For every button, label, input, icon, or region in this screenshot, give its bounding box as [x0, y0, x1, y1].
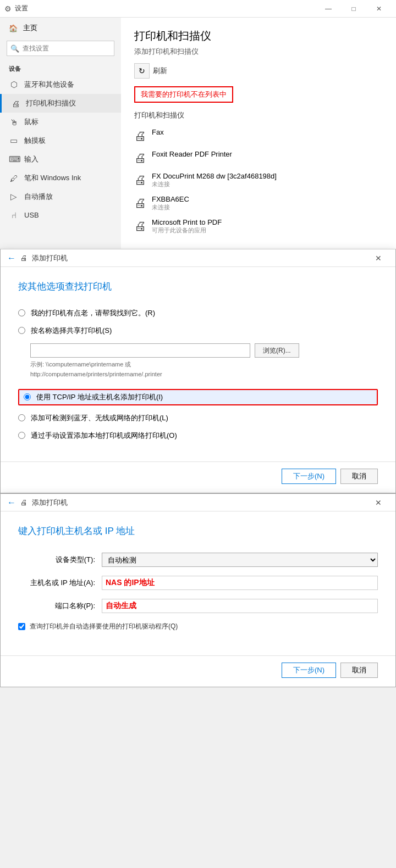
dialog1-footer: 下一步(N) 取消 [1, 461, 395, 493]
settings-icon: ⚙ [4, 4, 12, 13]
main-content: 打印机和扫描仪 添加打印机和扫描仪 ↻ 刷新 我需要的打印机不在列表中 打印机和… [121, 18, 396, 249]
printer-item-fax[interactable]: 🖨 Fax [134, 125, 383, 147]
sidebar-item-label-bluetooth: 蓝牙和其他设备 [24, 80, 74, 90]
refresh-label: 刷新 [153, 66, 167, 76]
hostname-row: 主机名或 IP 地址(A): [18, 576, 378, 590]
checkbox-label: 查询打印机并自动选择要使用的打印机驱动程序(Q) [30, 622, 178, 631]
printer-name-mspdf: Microsoft Print to PDF [152, 218, 222, 226]
printer-status-fx268: 未连接 [152, 180, 277, 188]
device-type-select[interactable]: 自动检测 TCP/IP 设备 Web 服务设备 [102, 553, 378, 567]
bluetooth-icon: ⬡ [9, 80, 19, 90]
search-input[interactable] [23, 44, 111, 52]
printer-icon: 🖨 [10, 99, 20, 108]
search-box[interactable]: 🔍 [7, 41, 114, 56]
settings-window: ⚙ 设置 — □ ✕ 🏠 主页 🔍 设备 ⬡ 蓝牙和其他设备 [0, 0, 396, 249]
radio-old[interactable] [18, 309, 25, 316]
printer-item-foxit[interactable]: 🖨 Foxit Reader PDF Printer [134, 147, 383, 169]
dialog2-printer-icon: 🖨 [20, 498, 28, 507]
radio-tcpip[interactable] [24, 393, 31, 400]
touchpad-icon: ▭ [9, 136, 19, 146]
dialog1-title-bar: ← 🖨 添加打印机 ✕ [1, 249, 395, 267]
radio-manual[interactable] [18, 432, 25, 439]
port-input[interactable] [102, 599, 378, 613]
dialog2-heading: 键入打印机主机名或 IP 地址 [18, 525, 378, 537]
dialog1-cancel-button[interactable]: 取消 [340, 469, 378, 484]
checkbox-row: 查询打印机并自动选择要使用的打印机驱动程序(Q) [18, 622, 378, 631]
add-printer-text[interactable]: 添加打印机和扫描仪 [134, 47, 383, 57]
printer-item-fx268[interactable]: 🖨 FX DocuPrint M268 dw [3c2af468198d] 未连… [134, 169, 383, 192]
printer-item-fxbba6ec[interactable]: 🖨 FXBBA6EC 未连接 [134, 192, 383, 215]
printers-section-title: 打印机和扫描仪 [134, 110, 383, 120]
settings-body: 🏠 主页 🔍 设备 ⬡ 蓝牙和其他设备 🖨 打印机和扫描仪 🖱 鼠标 [0, 18, 396, 249]
dialog1-back-button[interactable]: ← [7, 253, 16, 263]
printer-item-mspdf[interactable]: 🖨 Microsoft Print to PDF 可用于此设备的应用 [134, 215, 383, 238]
search-icon: 🔍 [10, 44, 19, 53]
radio-option-bluetooth: 添加可检测到蓝牙、无线或网络的打印机(L) [18, 413, 378, 423]
dialog2-next-button[interactable]: 下一步(N) [282, 663, 336, 678]
radio-label-tcpip: 使用 TCP/IP 地址或主机名添加打印机(I) [36, 392, 163, 402]
sidebar-item-touchpad[interactable]: ▭ 触摸板 [0, 131, 121, 150]
printer-status-fxbba6ec: 未连接 [152, 203, 189, 212]
not-listed-button[interactable]: 我需要的打印机不在列表中 [134, 86, 233, 103]
share-printer-input-row: 浏览(R)... [30, 343, 378, 358]
printer-name-foxit: Foxit Reader PDF Printer [152, 150, 232, 158]
radio-share[interactable] [18, 327, 25, 334]
sidebar-item-pen[interactable]: 🖊 笔和 Windows Ink [0, 169, 121, 187]
dialog2-title-left: ← 🖨 添加打印机 [7, 498, 68, 508]
refresh-row: ↻ 刷新 [134, 63, 383, 79]
add-printer-dialog-2: ← 🖨 添加打印机 ✕ 键入打印机主机名或 IP 地址 设备类型(T): 自动检… [0, 493, 396, 687]
example-line2: http://computername/printers/printername… [30, 371, 162, 377]
sidebar-item-bluetooth[interactable]: ⬡ 蓝牙和其他设备 [0, 75, 121, 94]
auto-driver-checkbox[interactable] [18, 623, 25, 630]
close-button[interactable]: ✕ [366, 0, 392, 18]
port-row: 端口名称(P): [18, 599, 378, 613]
hostname-input[interactable] [102, 576, 378, 590]
home-label: 主页 [23, 23, 37, 33]
printer-name-fxbba6ec: FXBBA6EC [152, 195, 189, 203]
printer-name-fax: Fax [152, 128, 164, 136]
sidebar-item-input[interactable]: ⌨ 输入 [0, 150, 121, 169]
sidebar-home[interactable]: 🏠 主页 [0, 18, 121, 38]
sidebar-item-label-usb: USB [24, 211, 39, 219]
sidebar-item-usb[interactable]: ⑁ USB [0, 206, 121, 224]
example-line1: 示例: \\computername\printername 或 [30, 361, 131, 368]
radio-bluetooth[interactable] [18, 414, 25, 421]
dialog1-body: 按其他选项查找打印机 我的打印机有点老，请帮我找到它。(R) 按名称选择共享打印… [1, 267, 395, 457]
minimize-button[interactable]: — [316, 0, 341, 18]
dialog2-cancel-button[interactable]: 取消 [340, 663, 378, 678]
dialog2-body: 键入打印机主机名或 IP 地址 设备类型(T): 自动检测 TCP/IP 设备 … [1, 511, 395, 651]
page-title: 打印机和扫描仪 [134, 29, 383, 43]
share-printer-input[interactable] [30, 343, 250, 358]
dialog1-heading: 按其他选项查找打印机 [18, 280, 378, 293]
devices-section-label: 设备 [0, 62, 121, 75]
port-label: 端口名称(P): [18, 601, 95, 611]
radio-option-tcpip: 使用 TCP/IP 地址或主机名添加打印机(I) [18, 389, 378, 405]
radio-label-share: 按名称选择共享打印机(S) [31, 326, 112, 336]
dialog1-close-button[interactable]: ✕ [366, 249, 391, 267]
refresh-button[interactable]: ↻ [134, 63, 150, 79]
dialog1-next-button[interactable]: 下一步(N) [282, 469, 336, 484]
input-icon: ⌨ [9, 154, 19, 164]
browse-button[interactable]: 浏览(R)... [255, 343, 299, 358]
usb-icon: ⑁ [9, 210, 19, 220]
sidebar-item-mouse[interactable]: 🖱 鼠标 [0, 113, 121, 131]
sidebar-item-autoplay[interactable]: ▷ 自动播放 [0, 187, 121, 206]
maximize-button[interactable]: □ [341, 0, 366, 18]
title-bar-controls: — □ ✕ [316, 0, 392, 18]
dialog1-printer-icon: 🖨 [20, 254, 28, 262]
printer-fx268-icon: 🖨 [134, 173, 146, 187]
printer-status-mspdf: 可用于此设备的应用 [152, 226, 222, 235]
sidebar-item-label-printer: 打印机和扫描仪 [26, 98, 76, 108]
radio-label-manual: 通过手动设置添加本地打印机或网络打印机(O) [31, 431, 177, 441]
sidebar-item-label-autoplay: 自动播放 [24, 192, 53, 202]
dialog2-title-text: 添加打印机 [32, 498, 68, 508]
sidebar-item-printer[interactable]: 🖨 打印机和扫描仪 [0, 94, 121, 113]
title-bar-left: ⚙ 设置 [4, 4, 28, 13]
home-icon: 🏠 [9, 24, 18, 32]
sidebar-item-label-touchpad: 触摸板 [24, 136, 46, 146]
dialog2-back-button[interactable]: ← [7, 498, 16, 508]
device-type-label: 设备类型(T): [18, 555, 95, 565]
example-text: 示例: \\computername\printername 或 http://… [30, 360, 378, 379]
dialog2-close-button[interactable]: ✕ [366, 494, 391, 511]
title-bar: ⚙ 设置 — □ ✕ [0, 0, 396, 18]
